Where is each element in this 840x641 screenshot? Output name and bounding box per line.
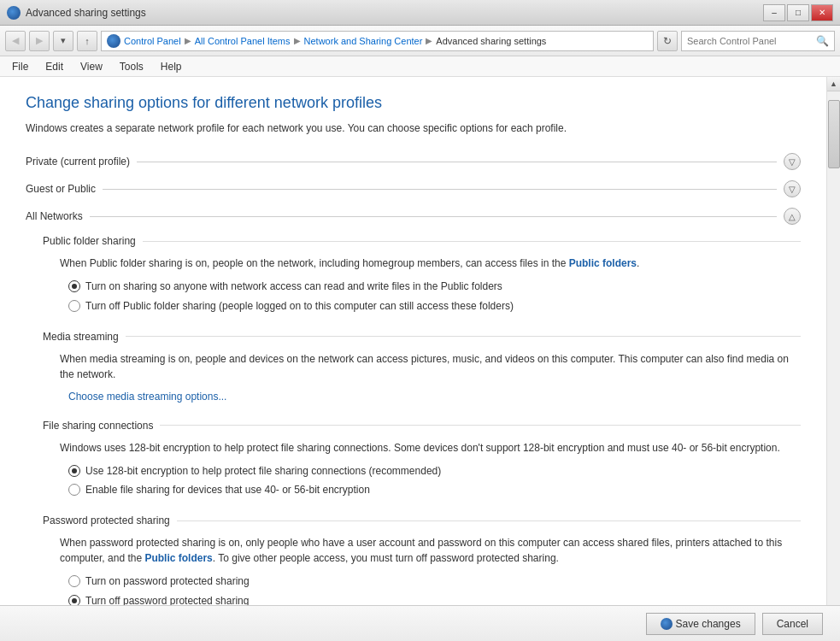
refresh-button[interactable]: ↻ — [657, 31, 678, 51]
nav-dropdown-button[interactable]: ▾ — [53, 31, 73, 51]
radio-turn-on-sharing-label: Turn on sharing so anyone with network a… — [85, 279, 801, 294]
address-globe-icon — [107, 34, 120, 48]
back-button[interactable]: ◀ — [5, 31, 26, 51]
section-guest-public-expand[interactable]: ▽ — [784, 180, 801, 197]
section-guest-public-title: Guest or Public — [26, 183, 103, 195]
save-changes-label: Save changes — [676, 618, 741, 630]
subsection-file-sharing-header: File sharing connections — [43, 420, 801, 432]
password-public-folders-link: Public folders — [144, 552, 212, 564]
section-guest-public-line — [103, 189, 777, 190]
address-bar: Control Panel ▶ All Control Panel Items … — [101, 31, 654, 51]
choose-media-streaming-link[interactable]: Choose media streaming options... — [43, 391, 801, 403]
menu-help[interactable]: Help — [156, 59, 187, 74]
breadcrumb-sep-1: ▶ — [185, 36, 191, 45]
scroll-track — [827, 91, 841, 626]
menu-view[interactable]: View — [75, 59, 108, 74]
radio-turn-on-sharing-circle[interactable] — [68, 280, 80, 292]
breadcrumb-all-items[interactable]: All Control Panel Items — [195, 36, 291, 46]
search-input[interactable] — [687, 36, 813, 46]
breadcrumb-sep-3: ▶ — [426, 36, 432, 45]
subsection-media-title: Media streaming — [43, 331, 126, 343]
radio-enable-40-56-circle[interactable] — [68, 484, 80, 496]
search-box: 🔍 — [681, 31, 835, 51]
menu-tools[interactable]: Tools — [115, 59, 149, 74]
section-private-title: Private (current profile) — [26, 156, 137, 168]
section-guest-public: Guest or Public ▽ — [26, 180, 801, 197]
password-sharing-desc: When password protected sharing is on, o… — [43, 535, 801, 566]
subsection-media-streaming: Media streaming When media streaming is … — [26, 331, 801, 403]
title-bar-controls: – □ ✕ — [763, 4, 833, 21]
scroll-thumb[interactable] — [828, 100, 840, 168]
radio-turn-off-password-dot — [72, 598, 77, 603]
radio-turn-off-sharing-circle[interactable] — [68, 300, 80, 312]
radio-use-128bit: Use 128-bit encryption to help protect f… — [43, 464, 801, 479]
radio-turn-on-password: Turn on password protected sharing — [43, 574, 801, 589]
subsection-password-line — [177, 520, 801, 521]
title-bar: Advanced sharing settings – □ ✕ — [0, 0, 840, 26]
file-sharing-desc: Windows uses 128-bit encryption to help … — [43, 440, 801, 456]
public-folder-desc: When Public folder sharing is on, people… — [43, 256, 801, 271]
title-bar-left: Advanced sharing settings — [7, 6, 146, 20]
bottom-bar: Save changes Cancel — [0, 605, 840, 641]
radio-turn-on-password-circle[interactable] — [68, 575, 80, 587]
radio-enable-40-56: Enable file sharing for devices that use… — [43, 483, 801, 497]
radio-use-128bit-circle[interactable] — [68, 465, 80, 477]
menu-edit[interactable]: Edit — [40, 59, 68, 74]
section-all-networks-expand[interactable]: △ — [784, 208, 801, 225]
subsection-password-header: Password protected sharing — [43, 515, 801, 526]
subsection-public-folder-line — [143, 241, 801, 242]
breadcrumb-network[interactable]: Network and Sharing Center — [304, 36, 423, 46]
section-all-networks: All Networks △ — [26, 208, 801, 225]
main-content: Change sharing options for different net… — [0, 77, 826, 641]
minimize-button[interactable]: – — [763, 4, 785, 21]
nav-bar: ◀ ▶ ▾ ↑ Control Panel ▶ All Control Pane… — [0, 26, 840, 56]
radio-enable-40-56-label: Enable file sharing for devices that use… — [85, 483, 801, 497]
subsection-password-sharing: Password protected sharing When password… — [26, 515, 801, 609]
subsection-media-line — [126, 336, 801, 337]
radio-turn-on-password-label: Turn on password protected sharing — [85, 574, 801, 589]
radio-turn-on-sharing: Turn on sharing so anyone with network a… — [43, 279, 801, 294]
section-private: Private (current profile) ▽ — [26, 153, 801, 170]
media-streaming-desc: When media streaming is on, people and d… — [43, 351, 801, 382]
search-icon[interactable]: 🔍 — [816, 35, 829, 47]
subsection-public-folder-title: Public folder sharing — [43, 235, 143, 247]
breadcrumb-sep-2: ▶ — [294, 36, 301, 45]
page-title: Change sharing options for different net… — [26, 94, 801, 112]
subsection-file-sharing-title: File sharing connections — [43, 420, 160, 432]
subsection-public-folder-header: Public folder sharing — [43, 235, 801, 247]
restore-button[interactable]: □ — [787, 4, 809, 21]
save-icon — [661, 618, 673, 630]
close-button[interactable]: ✕ — [811, 4, 833, 21]
menu-bar: File Edit View Tools Help — [0, 56, 840, 77]
section-all-networks-title: All Networks — [26, 210, 90, 222]
save-changes-button[interactable]: Save changes — [646, 613, 755, 635]
page-description: Windows creates a separate network profi… — [26, 121, 801, 136]
window-title: Advanced sharing settings — [26, 7, 146, 19]
window-icon — [7, 6, 21, 20]
subsection-file-sharing-line — [160, 425, 801, 426]
subsection-password-title: Password protected sharing — [43, 515, 177, 526]
up-button[interactable]: ↑ — [77, 31, 97, 51]
radio-turn-off-sharing: Turn off Public folder sharing (people l… — [43, 299, 801, 314]
section-all-networks-line — [90, 216, 777, 217]
subsection-file-sharing: File sharing connections Windows uses 12… — [26, 420, 801, 498]
cancel-button[interactable]: Cancel — [762, 613, 823, 635]
subsection-media-header: Media streaming — [43, 331, 801, 343]
public-folders-link: Public folders — [569, 257, 637, 269]
scroll-up-arrow[interactable]: ▲ — [827, 77, 841, 91]
breadcrumb-control-panel[interactable]: Control Panel — [124, 36, 181, 46]
radio-use-128bit-dot — [72, 468, 77, 473]
radio-use-128bit-label: Use 128-bit encryption to help protect f… — [85, 464, 801, 479]
section-private-expand[interactable]: ▽ — [784, 153, 801, 170]
content-wrapper: Change sharing options for different net… — [0, 77, 840, 641]
radio-turn-on-sharing-dot — [72, 284, 77, 289]
section-private-line — [137, 162, 777, 162]
forward-button[interactable]: ▶ — [29, 31, 50, 51]
scrollbar: ▲ ▼ — [826, 77, 840, 641]
subsection-public-folder: Public folder sharing When Public folder… — [26, 235, 801, 314]
radio-turn-off-sharing-label: Turn off Public folder sharing (people l… — [85, 299, 801, 314]
breadcrumb-current: Advanced sharing settings — [436, 36, 546, 46]
menu-file[interactable]: File — [7, 59, 33, 74]
